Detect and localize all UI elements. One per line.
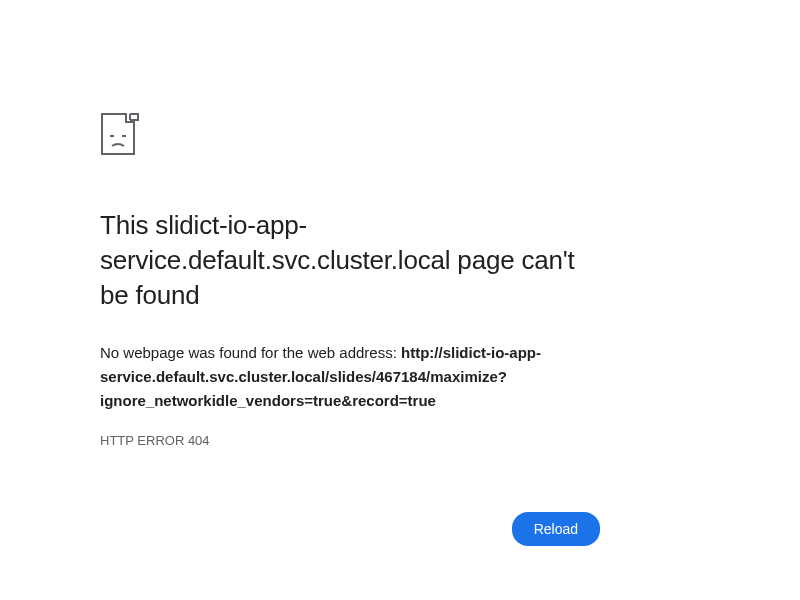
- error-heading: This slidict-io-app-service.default.svc.…: [100, 208, 600, 313]
- description-prefix: No webpage was found for the web address…: [100, 344, 401, 361]
- reload-button[interactable]: Reload: [512, 512, 600, 546]
- error-icon-wrapper: [100, 112, 600, 160]
- error-page-container: This slidict-io-app-service.default.svc.…: [0, 0, 700, 546]
- error-description: No webpage was found for the web address…: [100, 341, 600, 413]
- http-error-code: HTTP ERROR 404: [100, 433, 600, 448]
- sad-document-icon: [100, 112, 140, 156]
- button-row: Reload: [100, 512, 600, 546]
- heading-prefix: This: [100, 210, 155, 240]
